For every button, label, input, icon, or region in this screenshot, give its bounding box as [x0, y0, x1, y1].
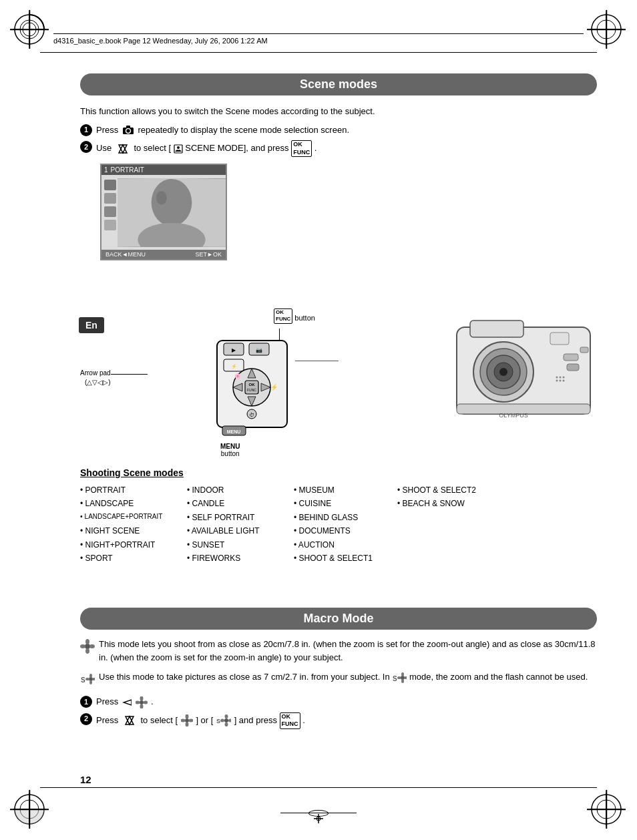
step-1-suffix: repeatedly to display the scene mode sel…	[138, 125, 349, 135]
svg-point-82	[401, 679, 404, 683]
camera-icon	[122, 126, 134, 135]
mode-behind-glass: • BEHIND GLASS	[294, 511, 397, 524]
ok-button-label: OKFUNC button	[274, 308, 315, 324]
mode-indoor: • INDOOR	[187, 483, 294, 497]
mode-available-light: • AVAILABLE LIGHT	[187, 524, 294, 538]
svg-point-81	[401, 672, 404, 676]
step-1-press: Press	[96, 125, 118, 135]
preview-icon-4	[104, 220, 116, 230]
svg-rect-18	[126, 126, 130, 128]
mode-beach-snow: • BEACH & SNOW	[397, 497, 514, 510]
preview-photo	[118, 178, 226, 247]
svg-marker-20	[119, 145, 127, 153]
menu-text: MENU	[220, 443, 240, 450]
macro-step-2-final-dot: .	[302, 715, 305, 725]
corner-decoration-br	[587, 790, 627, 830]
mode-auction: • AUCTION	[294, 538, 397, 552]
scene-modes-intro: This function allows you to switch the S…	[80, 105, 597, 118]
step-2-prefix: Use	[96, 143, 112, 153]
macro-s-icon: S	[80, 672, 99, 688]
macro-step-2: 2 Press to select [ ] or [ S	[80, 712, 597, 729]
svg-marker-21	[119, 145, 127, 153]
svg-point-70	[85, 648, 89, 654]
menu-button-label: MENU button	[220, 443, 240, 457]
back-label: BACK◄MENU	[105, 251, 146, 258]
step-1-text: Press repeatedly to display the scene mo…	[96, 124, 349, 137]
step-2-text: Use to select [ SCENE MODE], and press O…	[96, 140, 316, 157]
macro-desc-2-main: Use this mode to take pictures as close …	[99, 672, 390, 682]
bottom-cross-svg	[314, 814, 323, 823]
svg-point-87	[140, 696, 144, 701]
step-1-number: 1	[80, 124, 92, 136]
svg-text:OLYMPUS: OLYMPUS	[499, 412, 527, 419]
step-2: 2 Use to select [ SCENE MODE], and press…	[80, 140, 597, 157]
svg-point-97	[188, 719, 193, 722]
svg-point-68	[85, 644, 90, 649]
svg-text:S: S	[81, 676, 85, 684]
flower-icon-svg	[80, 639, 95, 654]
svg-point-25	[152, 179, 192, 226]
macro-mode-section: Macro Mode This mode lets you shoot from…	[80, 608, 597, 733]
macro-step-1-number: 1	[80, 696, 92, 708]
svg-point-64	[563, 380, 565, 382]
svg-marker-92	[126, 716, 134, 724]
bottom-crosshair-v	[314, 814, 323, 823]
svg-point-27	[156, 191, 167, 204]
mode-museum: • MUSEUM	[294, 483, 397, 497]
svg-marker-91	[126, 716, 134, 724]
svg-point-99	[224, 718, 228, 722]
arrow-label-line	[111, 374, 148, 375]
step-2-scenetext: SCENE MODE], and press	[185, 143, 291, 153]
page-number: 12	[80, 774, 91, 785]
preview-icons-left	[104, 180, 116, 230]
step-2-number: 2	[80, 141, 92, 153]
corner-decoration-tl	[10, 10, 50, 50]
flower-select-icon	[181, 714, 193, 726]
preview-bottom-bar: BACK◄MENU SET►OK	[101, 250, 226, 259]
mode-landscape: • LANDSCAPE	[80, 497, 187, 510]
svg-rect-50	[470, 321, 523, 337]
preview-icon-2	[104, 193, 116, 204]
step-1: 1 Press repeatedly to display the scene …	[80, 124, 597, 137]
scene-modes-banner: Scene modes	[80, 73, 597, 95]
macro-desc-2-text: Use this mode to take pictures as close …	[99, 670, 588, 685]
macro-step-2-number: 2	[80, 713, 92, 725]
mode-sport: • SPORT	[80, 552, 187, 565]
preview-area: 1 PORTRAIT BACK◄MENU	[87, 164, 597, 260]
camera-body-svg: OLYMPUS	[450, 314, 597, 431]
svg-text:MENU: MENU	[227, 429, 241, 434]
mode-empty-1	[397, 511, 514, 524]
scene-modes-grid: • PORTRAIT • INDOOR • MUSEUM • SHOOT & S…	[80, 483, 597, 565]
mode-night-scene: • NIGHT SCENE	[80, 524, 187, 538]
main-content: Scene modes This function allows you to …	[80, 73, 597, 267]
svg-point-90	[144, 700, 148, 704]
svg-text:S: S	[393, 675, 397, 682]
svg-text:⚡: ⚡	[270, 383, 278, 391]
svg-point-23	[177, 146, 180, 149]
camera-body-illustration: OLYMPUS	[450, 314, 597, 433]
svg-point-69	[85, 639, 89, 644]
ok-func-step2-icon: OKFUNC	[280, 712, 300, 729]
svg-point-102	[220, 719, 224, 722]
macro-desc-2: S Use this mode to take pictures as clos…	[80, 670, 597, 688]
svg-text:OK: OK	[249, 383, 256, 387]
svg-point-60	[560, 377, 562, 379]
preview-icon-3	[104, 206, 116, 217]
s-flower-icon-svg: S	[80, 672, 95, 686]
header-bar: d4316_basic_e.book Page 12 Wednesday, Ju…	[53, 33, 584, 45]
diagram-area: OKFUNC button ▶ 📷 ⚡ OK FUNC	[80, 307, 597, 461]
svg-text:🌸: 🌸	[234, 373, 241, 379]
svg-point-88	[140, 704, 144, 708]
button-label-text: button	[294, 314, 315, 322]
svg-rect-58	[567, 364, 579, 371]
svg-text:⏱: ⏱	[249, 412, 254, 418]
header-text: d4316_basic_e.book Page 12 Wednesday, Ju…	[53, 37, 584, 45]
macro-step-2-end: ] and press	[234, 715, 280, 725]
macro-press-1: Press	[96, 696, 118, 706]
svg-text:▶: ▶	[232, 347, 236, 353]
arrow-pad-label: Arrow pad(△▽◁▷)	[80, 369, 111, 387]
preview-top-bar: 1 PORTRAIT	[101, 165, 226, 175]
macro-step-2-text: Press to select [ ] or [ S	[96, 712, 305, 729]
mode-cuisine: • CUISINE	[294, 497, 397, 510]
macro-mode-banner: Macro Mode	[80, 608, 597, 630]
